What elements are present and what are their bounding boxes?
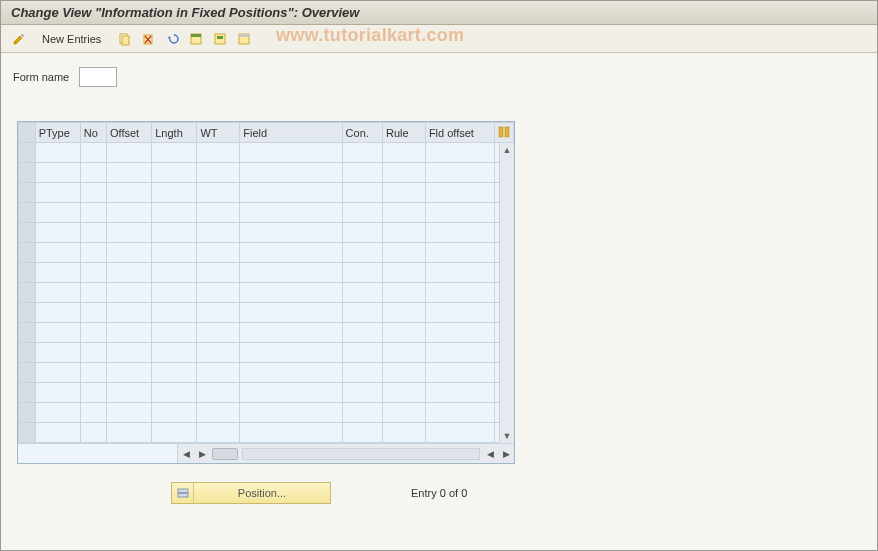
grid-cell[interactable] — [80, 403, 106, 423]
grid-cell[interactable] — [342, 323, 382, 343]
scroll-right-icon[interactable]: ◀ — [483, 447, 497, 461]
grid-cell[interactable] — [425, 143, 494, 163]
grid-cell[interactable] — [425, 163, 494, 183]
grid-cell[interactable] — [152, 403, 197, 423]
col-lngth[interactable]: Lngth — [152, 123, 197, 143]
grid-cell[interactable] — [425, 303, 494, 323]
grid-cell[interactable] — [342, 203, 382, 223]
grid-cell[interactable] — [107, 303, 152, 323]
vertical-scrollbar[interactable]: ▲ ▼ — [499, 143, 514, 443]
grid-cell[interactable] — [35, 143, 80, 163]
row-selector[interactable] — [19, 403, 36, 423]
grid-cell[interactable] — [107, 323, 152, 343]
grid-cell[interactable] — [80, 143, 106, 163]
grid-cell[interactable] — [107, 423, 152, 443]
grid-cell[interactable] — [342, 343, 382, 363]
grid-cell[interactable] — [35, 163, 80, 183]
grid-cell[interactable] — [240, 283, 342, 303]
grid-cell[interactable] — [152, 143, 197, 163]
grid-cell[interactable] — [197, 423, 240, 443]
grid-cell[interactable] — [107, 143, 152, 163]
scroll-left-icon[interactable]: ▶ — [195, 447, 209, 461]
grid-cell[interactable] — [152, 223, 197, 243]
delete-icon[interactable] — [138, 29, 158, 49]
grid-cell[interactable] — [383, 323, 426, 343]
grid-cell[interactable] — [197, 263, 240, 283]
grid-cell[interactable] — [342, 183, 382, 203]
grid-cell[interactable] — [152, 323, 197, 343]
grid-cell[interactable] — [80, 423, 106, 443]
grid-cell[interactable] — [342, 303, 382, 323]
scroll-thumb[interactable] — [212, 448, 238, 460]
grid-cell[interactable] — [35, 283, 80, 303]
grid-cell[interactable] — [383, 163, 426, 183]
grid-cell[interactable] — [383, 263, 426, 283]
grid-cell[interactable] — [80, 303, 106, 323]
grid-cell[interactable] — [425, 403, 494, 423]
grid-cell[interactable] — [342, 163, 382, 183]
grid-cell[interactable] — [425, 383, 494, 403]
grid-cell[interactable] — [152, 183, 197, 203]
grid-cell[interactable] — [342, 143, 382, 163]
grid-cell[interactable] — [152, 423, 197, 443]
form-name-input[interactable] — [79, 67, 117, 87]
row-selector[interactable] — [19, 143, 36, 163]
grid-cell[interactable] — [383, 143, 426, 163]
grid-cell[interactable] — [197, 303, 240, 323]
grid-cell[interactable] — [80, 343, 106, 363]
select-block-icon[interactable] — [210, 29, 230, 49]
grid-cell[interactable] — [342, 223, 382, 243]
grid-cell[interactable] — [342, 423, 382, 443]
row-selector[interactable] — [19, 303, 36, 323]
grid-cell[interactable] — [197, 403, 240, 423]
grid-cell[interactable] — [197, 383, 240, 403]
grid-cell[interactable] — [240, 403, 342, 423]
grid-cell[interactable] — [240, 423, 342, 443]
grid-cell[interactable] — [80, 203, 106, 223]
grid-cell[interactable] — [197, 203, 240, 223]
grid-cell[interactable] — [240, 143, 342, 163]
grid-cell[interactable] — [342, 283, 382, 303]
grid-cell[interactable] — [107, 263, 152, 283]
grid-cell[interactable] — [240, 243, 342, 263]
grid-cell[interactable] — [425, 423, 494, 443]
scroll-first-icon[interactable]: ◀ — [179, 447, 193, 461]
grid-cell[interactable] — [35, 203, 80, 223]
pencil-icon[interactable] — [9, 29, 29, 49]
grid-cell[interactable] — [383, 363, 426, 383]
grid-cell[interactable] — [35, 423, 80, 443]
grid-cell[interactable] — [383, 383, 426, 403]
grid-cell[interactable] — [107, 283, 152, 303]
grid-cell[interactable] — [152, 303, 197, 323]
grid-cell[interactable] — [425, 283, 494, 303]
grid-cell[interactable] — [425, 363, 494, 383]
grid-cell[interactable] — [152, 203, 197, 223]
grid-cell[interactable] — [35, 303, 80, 323]
grid-cell[interactable] — [240, 363, 342, 383]
grid-cell[interactable] — [107, 183, 152, 203]
grid-cell[interactable] — [240, 343, 342, 363]
grid-cell[interactable] — [35, 263, 80, 283]
row-selector[interactable] — [19, 183, 36, 203]
grid-cell[interactable] — [35, 183, 80, 203]
row-selector[interactable] — [19, 163, 36, 183]
configure-columns-icon[interactable] — [494, 123, 513, 143]
grid-cell[interactable] — [35, 383, 80, 403]
scroll-track[interactable] — [242, 448, 480, 460]
col-con[interactable]: Con. — [342, 123, 382, 143]
grid-cell[interactable] — [383, 423, 426, 443]
grid-cell[interactable] — [383, 303, 426, 323]
col-wt[interactable]: WT — [197, 123, 240, 143]
grid-cell[interactable] — [152, 283, 197, 303]
grid-cell[interactable] — [240, 263, 342, 283]
grid-cell[interactable] — [425, 263, 494, 283]
grid-cell[interactable] — [80, 323, 106, 343]
grid-cell[interactable] — [80, 163, 106, 183]
grid-cell[interactable] — [107, 203, 152, 223]
grid-cell[interactable] — [425, 183, 494, 203]
grid-cell[interactable] — [240, 163, 342, 183]
grid-cell[interactable] — [240, 203, 342, 223]
grid-cell[interactable] — [152, 383, 197, 403]
grid-cell[interactable] — [342, 403, 382, 423]
col-rule[interactable]: Rule — [383, 123, 426, 143]
